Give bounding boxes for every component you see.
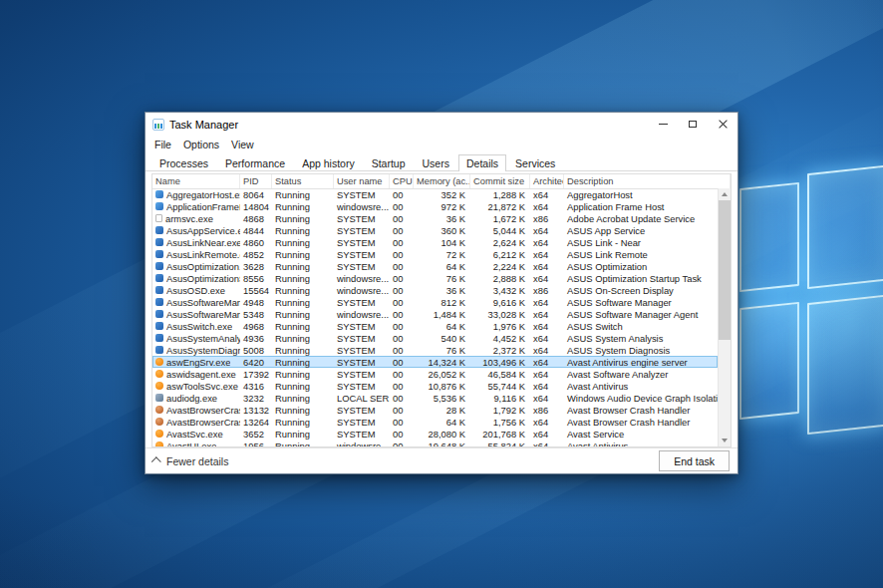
avastgray-app-icon [155,418,163,426]
cell-desc: Adobe Acrobat Update Service [564,213,718,224]
cell-cpu: 00 [390,285,414,296]
column-header-architec[interactable]: Architec... [530,174,564,188]
column-header-description[interactable]: Description [564,174,731,188]
cell-pid: 4868 [240,213,272,224]
process-row[interactable]: aswEngSrv.exe6420RunningSYSTEM0014,324 K… [152,356,718,368]
menu-item-file[interactable]: File [148,138,177,151]
cell-desc: ASUS Software Manager [564,297,718,308]
column-header-user-name[interactable]: User name [334,174,390,188]
column-header-commit-size[interactable]: Commit size [470,174,530,188]
process-row[interactable]: armsvc.exe4868RunningSYSTEM0036 K1,672 K… [152,212,718,224]
cell-user: SYSTEM [334,261,390,272]
tab-processes[interactable]: Processes [151,154,216,171]
cell-user: SYSTEM [334,429,390,440]
process-row[interactable]: AsusSoftwareManag...5348Runningwindowsre… [152,308,718,320]
cell-status: Running [272,441,334,447]
process-row[interactable]: AsusSoftwareManag...4948RunningSYSTEM008… [152,296,718,308]
process-row[interactable]: audiodg.exe3232RunningLOCAL SER...005,53… [152,392,718,404]
process-row[interactable]: AsusLinkNear.exe4860RunningSYSTEM00104 K… [152,236,718,248]
close-icon [719,120,728,129]
cell-cpu: 00 [390,417,414,428]
cell-user: SYSTEM [334,189,390,200]
asus-app-icon [155,346,163,354]
tab-startup[interactable]: Startup [364,154,414,171]
cell-user: SYSTEM [334,333,390,344]
cell-pid: 8064 [240,189,272,200]
process-row[interactable]: AsusSwitch.exe4968RunningSYSTEM0064 K1,9… [152,320,718,332]
tab-services[interactable]: Services [507,154,563,171]
cell-cpu: 00 [390,441,414,447]
title-bar[interactable]: Task Manager [146,113,737,136]
details-tab-content: NamePIDStatusUser nameCPUMemory (ac...Co… [146,171,737,447]
cell-memory: 72 K [414,249,470,260]
minimize-button[interactable] [648,113,678,136]
process-row[interactable]: aswToolsSvc.exe4316RunningSYSTEM0010,876… [152,380,718,392]
cell-desc: ASUS Switch [564,321,718,332]
cell-pid: 3628 [240,261,272,272]
process-row[interactable]: AggregatorHost.exe8064RunningSYSTEM00352… [152,188,718,200]
cell-status: Running [272,237,334,248]
cell-arch: x64 [530,189,564,200]
cell-cpu: 00 [390,309,414,320]
cell-desc: ASUS Optimization [564,261,718,272]
cell-cpu: 00 [390,357,414,368]
cell-name: ApplicationFrameHo... [152,201,240,212]
column-header-cpu[interactable]: CPU [390,174,414,188]
windows-logo-pane [739,182,799,292]
maximize-button[interactable] [678,113,708,136]
tab-performance[interactable]: Performance [217,154,293,171]
scrollbar-thumb[interactable] [719,200,731,340]
cell-status: Running [272,309,334,320]
cell-desc: Windows Audio Device Graph Isolation [564,393,718,404]
end-task-button[interactable]: End task [659,450,730,471]
cell-user: SYSTEM [334,357,390,368]
fewer-details-toggle[interactable]: Fewer details [153,455,228,467]
cell-pid: 1956 [240,441,272,447]
process-row[interactable]: AsusOSD.exe15564Runningwindowsre...0036 … [152,284,718,296]
column-header-pid[interactable]: PID [240,174,272,188]
process-row[interactable]: AvastBrowserCrashH...13132RunningSYSTEM0… [152,404,718,416]
column-header-name[interactable]: Name [152,174,240,188]
cell-status: Running [272,297,334,308]
scroll-down-button[interactable] [719,435,731,446]
cell-name: armsvc.exe [152,213,240,224]
cell-pid: 15564 [240,285,272,296]
column-header-status[interactable]: Status [272,174,334,188]
cell-commit: 4,452 K [470,333,530,344]
process-row[interactable]: aswidsagent.exe17392RunningSYSTEM0026,05… [152,368,718,380]
tab-details[interactable]: Details [458,154,506,171]
process-row[interactable]: AsusOptimizationSta...8556Runningwindows… [152,272,718,284]
process-row[interactable]: AvastUI.exe1956Runningwindowsre...0019,6… [152,440,718,446]
cell-name: AvastUI.exe [152,441,240,447]
cell-memory: 360 K [414,225,470,236]
cell-memory: 76 K [414,345,470,356]
cell-name: AsusAppService.exe [152,225,240,236]
windows-logo-pane [807,165,883,289]
tab-users[interactable]: Users [415,154,457,171]
cell-commit: 2,372 K [470,345,530,356]
process-row[interactable]: AsusAppService.exe4844RunningSYSTEM00360… [152,224,718,236]
menu-item-options[interactable]: Options [177,138,225,151]
cell-name: AvastBrowserCrashH... [152,417,240,428]
close-button[interactable] [708,113,737,136]
windows-logo-pane [739,302,799,420]
cell-memory: 5,536 K [414,393,470,404]
cell-commit: 1,756 K [470,417,530,428]
process-row[interactable]: AsusSystemDiagnosis...5008RunningSYSTEM0… [152,344,718,356]
audio-app-icon [155,394,163,402]
column-header-memory-ac[interactable]: Memory (ac... [414,174,470,188]
process-row[interactable]: AsusSystemAnalysis.e...4936RunningSYSTEM… [152,332,718,344]
process-row[interactable]: AsusLinkRemote.exe4852RunningSYSTEM0072 … [152,248,718,260]
process-row[interactable]: AvastBrowserCrashH...13264RunningSYSTEM0… [152,416,718,428]
cell-memory: 19,648 K [414,441,470,447]
asus-app-icon [155,250,163,258]
vertical-scrollbar[interactable] [718,188,731,446]
process-row[interactable]: AsusOptimization.exe3628RunningSYSTEM006… [152,260,718,272]
menu-item-view[interactable]: View [225,138,260,151]
scroll-up-button[interactable] [719,188,731,200]
process-row[interactable]: ApplicationFrameHo...14804Runningwindows… [152,200,718,212]
process-row[interactable]: AvastSvc.exe3652RunningSYSTEM0028,080 K2… [152,428,718,440]
tab-app-history[interactable]: App history [294,154,363,171]
cell-cpu: 00 [390,405,414,416]
cell-memory: 812 K [414,297,470,308]
